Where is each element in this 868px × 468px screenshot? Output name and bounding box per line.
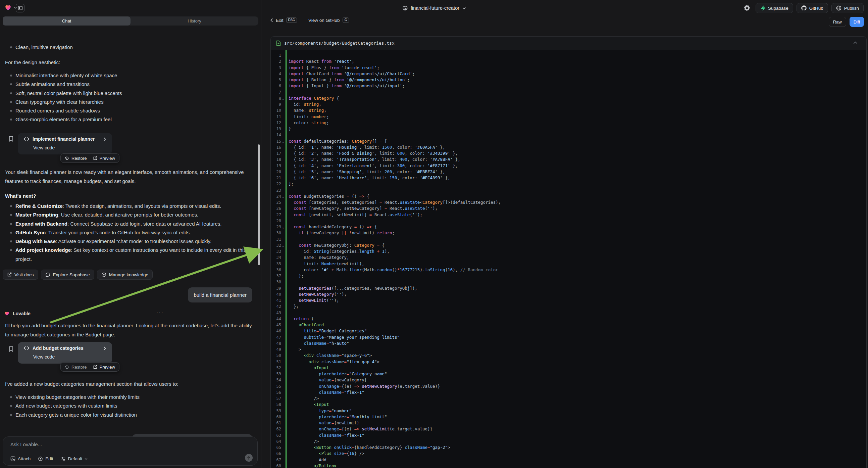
code-line: 63 className="flex-1" <box>271 432 866 438</box>
lovable-logo-icon[interactable] <box>4 4 12 11</box>
line-number: 18 <box>271 156 281 163</box>
raw-toggle-button[interactable]: Raw <box>829 17 846 27</box>
bullet-item: Subtle animations and transitions <box>0 80 255 89</box>
line-number: 53 <box>271 371 281 377</box>
line-number: 21 <box>271 175 281 181</box>
code-line: 9 id: string; <box>271 101 866 108</box>
version-card-title: Add budget categories <box>33 346 84 351</box>
code-line: 62 onChange={(e) => setNewLimit(e.target… <box>271 426 866 432</box>
line-number: 26 <box>271 205 281 211</box>
code-editor[interactable]: 12import React from 'react';3import { Pl… <box>271 50 866 468</box>
code-line: 48 className="h-auto" <box>271 341 866 347</box>
code-line: 41 setNewLimit(''); <box>271 297 866 303</box>
line-number: 58 <box>271 402 281 408</box>
bullet-item: View existing budget categories with the… <box>0 393 255 402</box>
manage-knowledge-button[interactable]: Manage knowledge <box>97 270 153 280</box>
chat-scrollbar[interactable] <box>258 144 260 265</box>
code-line: 40 setNewCategory(''); <box>271 291 866 297</box>
added-file-icon <box>276 40 281 46</box>
fold-chevron-icon[interactable]: ⌄ <box>281 224 288 230</box>
line-number: 49 <box>271 347 281 352</box>
code-line: 2import React from 'react'; <box>271 58 866 64</box>
preview-button[interactable]: Preview <box>93 364 115 370</box>
line-number: 39 <box>271 285 281 291</box>
bookmark-icon[interactable] <box>9 136 13 142</box>
preview-button[interactable]: Preview <box>93 156 115 161</box>
line-number: 5 <box>271 77 281 83</box>
view-code-link[interactable]: View code <box>33 145 55 150</box>
line-number: 32 <box>271 242 281 248</box>
visit-docs-button[interactable]: Visit docs <box>3 270 38 280</box>
version-card-add-budget-categories[interactable]: Add budget categories View code <box>18 342 112 363</box>
line-number: 66 <box>271 450 281 457</box>
restore-button[interactable]: Restore <box>65 364 87 370</box>
line-number: 65 <box>271 444 281 450</box>
chat-bubble-icon <box>45 272 50 277</box>
app-window: financial-future-creator Supabase GitHub… <box>0 0 868 468</box>
message-menu-button[interactable]: ··· <box>156 310 164 316</box>
bullet-item: Glass-morphic elements for a premium fee… <box>0 115 255 124</box>
code-line: 6import { Input } from '@/components/ui/… <box>271 83 866 89</box>
send-button[interactable] <box>245 454 253 462</box>
code-line: 56 className="flex-1" <box>271 389 866 396</box>
code-line: 10 name: string; <box>271 108 866 114</box>
code-line: 21 { id: '6', name: 'Healthcare', limit:… <box>271 175 866 181</box>
code-line: 52 <Input <box>271 365 866 371</box>
view-on-github-button[interactable]: View on GitHub G <box>308 18 349 23</box>
g-key-badge: G <box>343 18 349 23</box>
bookmark-icon[interactable] <box>9 346 13 352</box>
fold-chevron-icon[interactable]: ⌄ <box>281 242 288 248</box>
added-paragraph: I've added a new budget categories manag… <box>5 379 255 388</box>
line-number: 38 <box>271 279 281 285</box>
code-line: 23 <box>271 187 866 194</box>
code-line: 18 { id: '3', name: 'Transportation', li… <box>271 156 866 163</box>
fold-chevron-icon[interactable]: ⌄ <box>281 138 288 144</box>
ready-paragraph: Your sleek financial planner is now read… <box>5 168 255 186</box>
restore-preview-toolbar: Restore Preview <box>60 362 119 372</box>
chat-input[interactable] <box>10 441 245 447</box>
fold-chevron-icon[interactable]: ⌄ <box>281 95 288 101</box>
chevron-down-icon <box>85 458 88 460</box>
line-number: 25 <box>271 199 281 205</box>
code-line: 19 { id: '4', name: 'Entertainment', lim… <box>271 163 866 169</box>
code-line: 59 type="number" <box>271 408 866 414</box>
diff-toggle-button[interactable]: Diff <box>849 17 864 27</box>
version-card-implement-planner[interactable]: Implement financial planner View code <box>18 133 112 154</box>
chat-history-tabs: Chat History <box>3 17 258 26</box>
sidebar-toggle-button[interactable] <box>16 4 25 12</box>
line-number: 60 <box>271 414 281 420</box>
tab-history[interactable]: History <box>130 17 258 26</box>
file-path-bar[interactable]: src/components/budget/BudgetCategories.t… <box>271 37 866 50</box>
added-bullet-list: View existing budget categories with the… <box>0 393 255 419</box>
model-selector[interactable]: Default <box>61 456 88 461</box>
fold-chevron-icon[interactable]: ⌄ <box>281 194 288 199</box>
line-number: 47 <box>271 334 281 341</box>
collapse-chevron-up-icon[interactable] <box>853 41 858 44</box>
view-code-link[interactable]: View code <box>33 354 55 359</box>
line-number: 19 <box>271 163 281 169</box>
line-number: 54 <box>271 377 281 383</box>
explore-supabase-button[interactable]: Explore Supabase <box>41 270 94 280</box>
edit-mode-button[interactable]: Edit <box>38 456 53 461</box>
chevron-right-icon <box>103 346 106 351</box>
code-line: 36 color: '#' + Math.floor(Math.random()… <box>271 267 866 273</box>
tab-chat[interactable]: Chat <box>3 17 130 26</box>
line-number: 4 <box>271 71 281 77</box>
code-line: 68 </Button> <box>271 463 866 468</box>
code-line: 14 <box>271 132 866 138</box>
line-number: 46 <box>271 328 281 334</box>
code-line: 39 setCategories([...categories, newCate… <box>271 285 866 291</box>
line-number: 31 <box>271 236 281 242</box>
code-line: 33 id: String(categories.length + 1), <box>271 248 866 255</box>
line-number: 15 <box>271 138 281 144</box>
line-number: 16 <box>271 144 281 150</box>
diff-added-bar <box>285 50 286 468</box>
assistant-header: Lovable <box>4 311 31 316</box>
restore-button[interactable]: Restore <box>65 156 87 161</box>
attach-button[interactable]: Attach <box>10 456 31 461</box>
exit-button[interactable]: Exit ESC <box>271 18 297 23</box>
bullet-item: GitHub Sync: Transfer your project's cod… <box>0 228 258 237</box>
chat-scroll-area[interactable]: Clean, intuitive navigation For the desi… <box>0 26 261 449</box>
code-line: 15⌄const defaultCategories: Category[] =… <box>271 138 866 144</box>
chat-panel: Chat History Clean, intuitive navigation… <box>0 16 261 468</box>
